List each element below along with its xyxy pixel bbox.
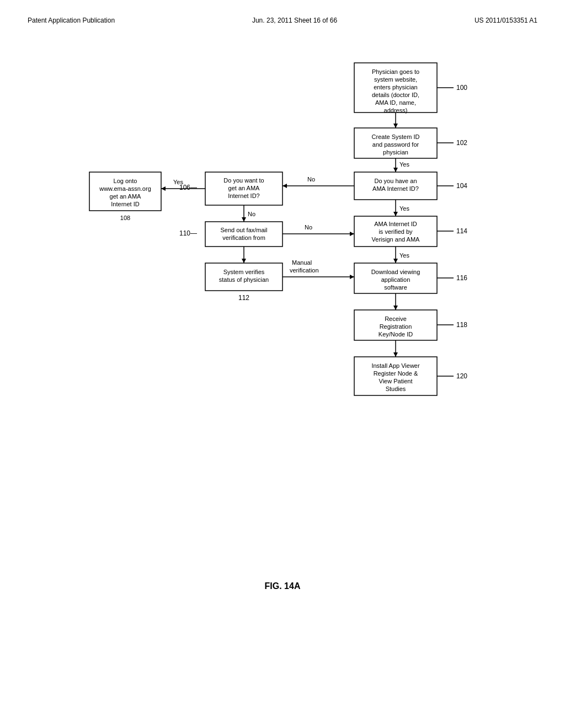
svg-text:No: No xyxy=(248,211,255,217)
svg-text:116: 116 xyxy=(456,274,467,282)
svg-text:physician: physician xyxy=(383,149,408,156)
svg-text:110—: 110— xyxy=(179,229,197,237)
svg-text:software: software xyxy=(384,284,407,291)
svg-marker-91 xyxy=(350,275,354,279)
svg-text:114: 114 xyxy=(456,227,467,235)
header-center: Jun. 23, 2011 Sheet 16 of 66 xyxy=(252,17,337,24)
svg-text:Register Node &: Register Node & xyxy=(374,370,418,377)
svg-text:Yes: Yes xyxy=(173,179,183,185)
svg-marker-69 xyxy=(161,186,166,191)
header-right: US 2011/0153351 A1 xyxy=(475,17,537,24)
svg-text:details (doctor ID,: details (doctor ID, xyxy=(372,92,419,98)
svg-text:112: 112 xyxy=(238,294,249,302)
svg-text:Yes: Yes xyxy=(399,205,409,212)
svg-text:Install App Viewer: Install App Viewer xyxy=(371,362,420,369)
svg-marker-10 xyxy=(393,124,398,128)
svg-marker-72 xyxy=(242,217,246,222)
flowchart-svg: Physician goes to system website, enters… xyxy=(34,46,531,570)
svg-text:Do you want to: Do you want to xyxy=(223,177,264,184)
svg-text:Studies: Studies xyxy=(386,386,406,392)
svg-text:and password for: and password for xyxy=(372,141,419,148)
svg-text:Internet ID?: Internet ID? xyxy=(228,192,259,199)
svg-text:View Patient: View Patient xyxy=(379,378,413,384)
svg-text:Internet ID: Internet ID xyxy=(111,201,139,207)
svg-text:get an AMA: get an AMA xyxy=(110,193,142,200)
svg-text:No: No xyxy=(305,224,312,231)
header-left: Patent Application Publication xyxy=(28,17,115,24)
svg-text:AMA ID, name,: AMA ID, name, xyxy=(375,99,416,106)
svg-text:Physician goes to: Physician goes to xyxy=(372,68,419,75)
svg-text:No: No xyxy=(307,176,315,183)
svg-text:102: 102 xyxy=(456,139,467,147)
svg-text:Do you have an: Do you have an xyxy=(374,178,417,184)
svg-text:Send out fax/mail: Send out fax/mail xyxy=(221,227,268,233)
svg-text:application: application xyxy=(381,276,411,283)
svg-text:AMA Internet ID: AMA Internet ID xyxy=(374,221,417,227)
svg-marker-18 xyxy=(393,168,398,172)
page: Patent Application Publication Jun. 23, … xyxy=(0,0,565,728)
svg-text:Yes: Yes xyxy=(399,161,409,168)
svg-text:status of physician: status of physician xyxy=(219,276,269,283)
svg-text:100: 100 xyxy=(456,84,467,92)
svg-marker-47 xyxy=(393,306,398,310)
svg-text:Key/Node ID: Key/Node ID xyxy=(379,331,413,338)
svg-text:Log onto: Log onto xyxy=(114,178,137,184)
svg-text:Yes: Yes xyxy=(399,252,409,259)
svg-text:AMA Internet ID?: AMA Internet ID? xyxy=(372,185,419,192)
svg-text:System verifies: System verifies xyxy=(223,269,265,275)
svg-text:verification from: verification from xyxy=(222,234,265,241)
diagram-area: Physician goes to system website, enters… xyxy=(11,46,554,570)
svg-text:is verified by: is verified by xyxy=(379,228,413,235)
svg-text:verification: verification xyxy=(290,267,319,274)
svg-text:Create System ID: Create System ID xyxy=(372,133,420,140)
svg-marker-26 xyxy=(393,212,398,216)
svg-text:Manual: Manual xyxy=(292,259,312,266)
svg-text:118: 118 xyxy=(456,321,467,329)
svg-text:enters physician: enters physician xyxy=(374,84,418,90)
figure-label: FIG. 14A xyxy=(11,581,554,591)
svg-text:Download viewing: Download viewing xyxy=(371,269,420,275)
svg-text:get an AMA: get an AMA xyxy=(228,185,260,191)
svg-text:Verisign and AMA: Verisign and AMA xyxy=(372,236,420,243)
svg-marker-85 xyxy=(242,259,246,263)
page-header: Patent Application Publication Jun. 23, … xyxy=(11,11,554,30)
svg-text:system website,: system website, xyxy=(374,76,417,83)
svg-marker-38 xyxy=(393,259,398,263)
svg-text:www.ema-assn.org: www.ema-assn.org xyxy=(99,185,151,192)
svg-text:108: 108 xyxy=(120,215,130,221)
svg-marker-55 xyxy=(393,352,398,357)
svg-text:120: 120 xyxy=(456,372,467,380)
svg-marker-29 xyxy=(282,184,287,188)
svg-text:Registration: Registration xyxy=(380,323,412,330)
svg-text:Receive: Receive xyxy=(385,315,407,322)
svg-text:104: 104 xyxy=(456,182,467,190)
svg-marker-95 xyxy=(350,232,354,236)
